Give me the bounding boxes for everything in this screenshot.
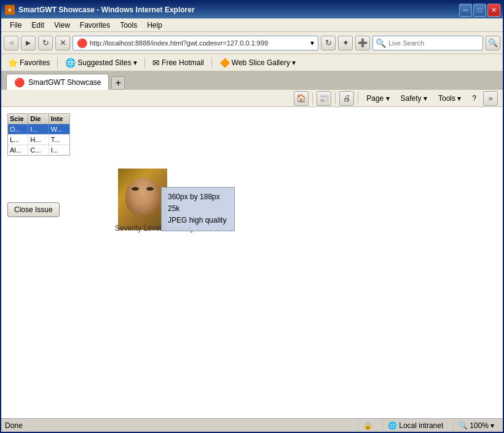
favorites-button[interactable]: ⭐ Favorites [5, 57, 52, 69]
window-title: SmartGWT Showcase - Windows Internet Exp… [18, 6, 195, 14]
table-row[interactable]: Al... C... I... [8, 145, 69, 155]
browser-toolbar: 🏠 📰 🖨 Page ▾ Safety ▾ Tools ▾ ? » [1, 90, 503, 107]
mona-face-image [118, 169, 167, 230]
menu-tools[interactable]: Tools [115, 20, 142, 31]
refresh-button[interactable]: ↻ [38, 36, 53, 50]
cell-0-1: I... [28, 124, 49, 134]
table-row[interactable]: L... H... T... [8, 135, 69, 145]
zoom-arrow-icon: ▾ [490, 421, 494, 430]
suggested-icon: 🌐 [65, 58, 76, 68]
menu-help[interactable]: Help [142, 20, 167, 31]
cell-0-0: O... [8, 124, 28, 134]
zone-label: Local intranet [399, 421, 443, 430]
live-search-icon: 🔍 [376, 38, 386, 48]
safety-menu[interactable]: Safety ▾ [396, 92, 431, 105]
webslice-icon: 🔶 [219, 58, 230, 68]
new-tab-button[interactable]: + [111, 76, 125, 90]
refresh-go-button[interactable]: ↻ [321, 36, 336, 50]
address-field[interactable]: 🔴 http://localhost:8888/index.html?gwt.c… [73, 36, 318, 50]
mona-eye-right [146, 187, 154, 191]
home-button[interactable]: 🏠 [294, 91, 309, 106]
hotmail-icon: ✉ [152, 58, 160, 68]
rss-button[interactable]: 📰 [317, 91, 331, 106]
menu-file[interactable]: File [5, 20, 26, 31]
lock-icon: 🔒 [363, 421, 372, 430]
maximize-button[interactable]: □ [473, 4, 486, 17]
mona-eye-left [132, 187, 139, 191]
add-favorite[interactable]: ➕ [355, 36, 370, 50]
table-row[interactable]: O... I... W... [8, 124, 69, 135]
search-area: 🔍 [372, 36, 483, 50]
search-button[interactable]: 🔍 [486, 36, 500, 50]
content-area: Scie Die Inte O... I... W... L... H... T… [1, 107, 503, 418]
favorites-label: Favorites [20, 58, 50, 67]
cell-2-1: C... [28, 145, 49, 155]
cell-0-2: W... [49, 124, 69, 134]
address-bar: ◄ ► ↻ ✕ 🔴 http://localhost:8888/index.ht… [1, 32, 503, 54]
toolbar-extra[interactable]: » [483, 91, 498, 106]
print-button[interactable]: 🖨 [339, 91, 354, 106]
title-bar-controls: ─ □ ✕ [459, 4, 500, 17]
fav-separator-2 [144, 57, 145, 68]
free-hotmail[interactable]: ✉ Free Hotmail [150, 57, 207, 69]
favorites-star[interactable]: ✦ [338, 36, 353, 50]
close-button[interactable]: ✕ [487, 4, 500, 17]
status-right: 🔒 🌐 Local intranet 🔍 100% ▾ [358, 421, 499, 430]
stop-button[interactable]: ✕ [55, 36, 70, 50]
tab-page-icon: 🔴 [14, 77, 25, 87]
page-icon: 🔴 [77, 38, 87, 48]
address-dropdown-icon[interactable]: ▾ [310, 39, 314, 47]
image-preview [118, 169, 167, 230]
image-tooltip: 360px by 188px 25k JPEG high quality [161, 187, 235, 231]
back-button[interactable]: ◄ [4, 36, 18, 50]
minimize-button[interactable]: ─ [459, 4, 472, 17]
zoom-control[interactable]: 🔍 100% ▾ [453, 421, 499, 430]
fav-separator-1 [57, 57, 58, 68]
intranet-zone: 🌐 Local intranet [382, 421, 448, 430]
tab-bar: 🔴 SmartGWT Showcase + [1, 71, 503, 90]
cell-1-0: L... [8, 135, 28, 145]
browser-window: e SmartGWT Showcase - Windows Internet E… [0, 0, 504, 433]
webslice-label: Web Slice Gallery [232, 58, 290, 67]
cell-1-1: H... [28, 135, 49, 145]
menu-bar: File Edit View Favorites Tools Help [1, 18, 503, 32]
cell-2-2: I... [49, 145, 69, 155]
close-issue-button[interactable]: Close Issue [7, 202, 60, 217]
fav-separator-3 [211, 57, 212, 68]
status-text: Done [5, 421, 355, 430]
suggested-label: Suggested Sites ▾ [77, 58, 137, 67]
webslice-arrow-icon: ▾ [292, 58, 296, 67]
col-die: Die [28, 114, 49, 124]
tooltip-dimensions: 360px by 188px [168, 191, 228, 203]
data-grid[interactable]: Scie Die Inte O... I... W... L... H... T… [7, 113, 70, 156]
suggested-sites[interactable]: 🌐 Suggested Sites ▾ [63, 57, 140, 69]
help-button[interactable]: ? [468, 92, 481, 105]
tooltip-size: 25k [168, 203, 228, 215]
menu-favorites[interactable]: Favorites [75, 20, 115, 31]
tab-label: SmartGWT Showcase [28, 78, 101, 87]
search-input[interactable] [388, 39, 480, 47]
toolbar-sep-1 [312, 92, 313, 105]
cell-1-2: T... [49, 135, 69, 145]
toolbar-sep-3 [358, 92, 358, 105]
hotmail-label: Free Hotmail [162, 58, 204, 67]
url-text: http://localhost:8888/index.html?gwt.cod… [90, 39, 308, 47]
tools-menu[interactable]: Tools ▾ [434, 92, 465, 105]
globe-icon: 🌐 [388, 421, 397, 430]
grid-header: Scie Die Inte [8, 114, 69, 124]
star-icon: ⭐ [7, 58, 18, 68]
ie-icon: e [5, 5, 15, 15]
content-main: Scie Die Inte O... I... W... L... H... T… [1, 107, 503, 418]
web-slice-gallery[interactable]: 🔶 Web Slice Gallery ▾ [217, 57, 298, 69]
col-science: Scie [8, 114, 28, 124]
toolbar-sep-2 [335, 92, 336, 105]
tab-smartgwt[interactable]: 🔴 SmartGWT Showcase [6, 74, 109, 90]
zoom-label: 100% [470, 421, 489, 430]
col-inte: Inte [49, 114, 69, 124]
forward-button[interactable]: ► [21, 36, 36, 50]
page-menu[interactable]: Page ▾ [362, 92, 393, 105]
menu-edit[interactable]: Edit [26, 20, 49, 31]
menu-view[interactable]: View [49, 20, 75, 31]
title-bar: e SmartGWT Showcase - Windows Internet E… [1, 1, 503, 18]
zoom-icon: 🔍 [459, 421, 468, 430]
